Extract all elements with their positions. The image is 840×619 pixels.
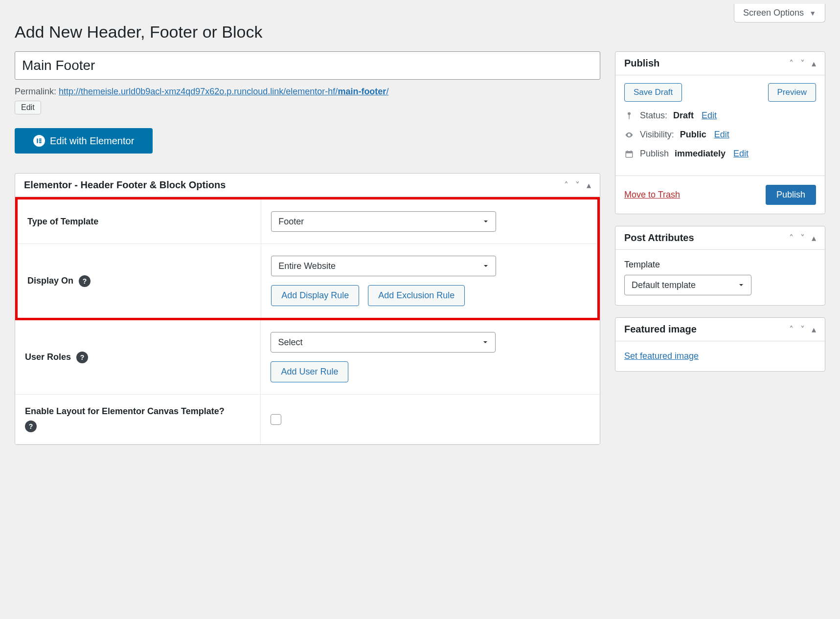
- set-featured-image-link[interactable]: Set featured image: [624, 351, 699, 361]
- toggle-panel-icon[interactable]: ▴: [812, 233, 816, 243]
- move-down-icon[interactable]: ˅: [575, 180, 580, 191]
- add-exclusion-rule-button[interactable]: Add Exclusion Rule: [368, 285, 465, 306]
- page-title: Add New Header, Footer or Block: [15, 22, 825, 42]
- publish-timing-label: Publish: [640, 149, 669, 159]
- permalink-edit-button[interactable]: Edit: [15, 101, 41, 114]
- display-on-label: Display On ?: [18, 244, 261, 318]
- svg-rect-2: [39, 140, 42, 141]
- move-down-icon[interactable]: ˅: [800, 58, 805, 69]
- move-to-trash-link[interactable]: Move to Trash: [624, 190, 680, 200]
- status-edit-link[interactable]: Edit: [702, 111, 717, 121]
- svg-rect-1: [39, 139, 42, 140]
- add-display-rule-button[interactable]: Add Display Rule: [271, 285, 359, 306]
- type-of-template-label: Type of Template: [18, 199, 261, 244]
- post-attributes-postbox: Post Attributes ˄ ˅ ▴ Template Default t…: [615, 226, 825, 306]
- eye-icon: [624, 131, 634, 139]
- svg-rect-3: [39, 142, 42, 143]
- visibility-edit-link[interactable]: Edit: [714, 130, 729, 140]
- move-down-icon[interactable]: ˅: [800, 233, 805, 243]
- toggle-panel-icon[interactable]: ▴: [812, 58, 816, 69]
- move-up-icon[interactable]: ˄: [789, 233, 794, 243]
- template-select[interactable]: Default template: [624, 275, 751, 295]
- caret-down-icon: ▼: [809, 9, 816, 17]
- move-up-icon[interactable]: ˄: [789, 324, 794, 335]
- featured-image-title: Featured image: [624, 324, 697, 335]
- publish-timing-edit-link[interactable]: Edit: [733, 149, 749, 159]
- type-of-template-select[interactable]: Footer: [271, 211, 496, 232]
- post-title-input[interactable]: [15, 51, 600, 80]
- publish-button[interactable]: Publish: [766, 185, 816, 205]
- featured-image-postbox: Featured image ˄ ˅ ▴ Set featured image: [615, 317, 825, 372]
- user-roles-select[interactable]: Select: [271, 332, 496, 353]
- permalink-link[interactable]: http://themeisle.urld0b9acl-xmz4qd97x62o…: [59, 87, 388, 96]
- options-postbox: Elementor - Header Footer & Block Option…: [15, 173, 600, 445]
- edit-with-elementor-button[interactable]: Edit with Elementor: [15, 128, 153, 154]
- svg-rect-0: [37, 139, 38, 143]
- status-label: Status:: [640, 111, 667, 121]
- enable-layout-checkbox[interactable]: [271, 414, 281, 425]
- move-up-icon[interactable]: ˄: [564, 180, 568, 191]
- permalink-row: Permalink: http://themeisle.urld0b9acl-x…: [15, 87, 600, 97]
- pin-icon: [624, 111, 634, 120]
- publish-postbox-title: Publish: [624, 58, 659, 69]
- options-postbox-title: Elementor - Header Footer & Block Option…: [24, 179, 226, 191]
- help-icon[interactable]: ?: [79, 275, 91, 287]
- preview-button[interactable]: Preview: [768, 83, 816, 102]
- display-on-select[interactable]: Entire Website: [271, 256, 496, 276]
- toggle-panel-icon[interactable]: ▴: [812, 324, 816, 335]
- screen-options-button[interactable]: Screen Options ▼: [734, 4, 825, 22]
- move-down-icon[interactable]: ˅: [800, 324, 805, 335]
- user-roles-label: User Roles ?: [15, 320, 261, 395]
- save-draft-button[interactable]: Save Draft: [624, 83, 682, 102]
- toggle-panel-icon[interactable]: ▴: [587, 180, 591, 191]
- calendar-icon: [624, 150, 634, 158]
- edit-with-elementor-label: Edit with Elementor: [50, 135, 134, 147]
- publish-postbox: Publish ˄ ˅ ▴ Save Draft Preview: [615, 51, 825, 214]
- template-label: Template: [624, 260, 816, 270]
- publish-timing-value: immediately: [675, 149, 726, 159]
- visibility-label: Visibility:: [640, 130, 674, 140]
- screen-options-label: Screen Options: [743, 8, 804, 18]
- help-icon[interactable]: ?: [76, 352, 88, 363]
- permalink-label: Permalink:: [15, 87, 56, 96]
- elementor-icon: [33, 135, 45, 147]
- add-user-rule-button[interactable]: Add User Rule: [271, 361, 348, 382]
- post-attributes-title: Post Attributes: [624, 232, 694, 243]
- help-icon[interactable]: ?: [25, 420, 37, 432]
- status-value: Draft: [673, 111, 694, 121]
- highlighted-section: Type of Template Footer Display On ?: [15, 197, 600, 320]
- move-up-icon[interactable]: ˄: [789, 58, 794, 69]
- visibility-value: Public: [680, 130, 706, 140]
- enable-layout-label: Enable Layout for Elementor Canvas Templ…: [15, 395, 261, 444]
